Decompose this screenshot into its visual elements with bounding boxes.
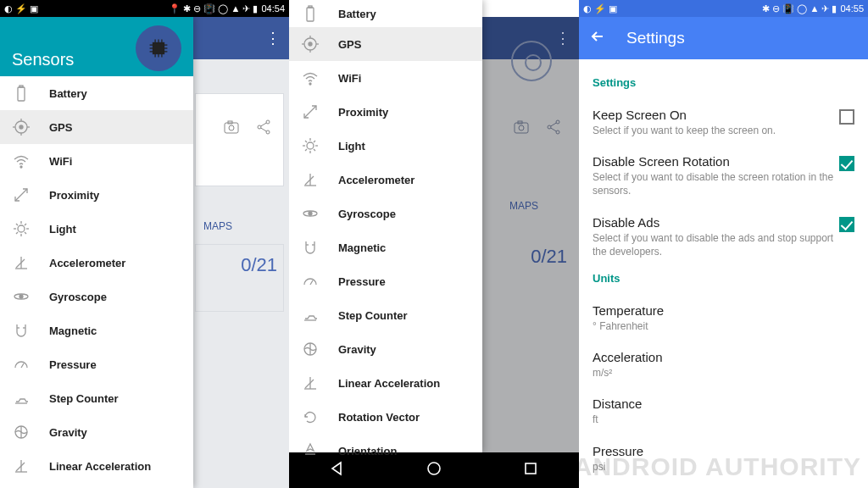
gyro-icon — [12, 288, 31, 305]
pref-subtitle: Select if you want to keep the screen on… — [593, 124, 839, 137]
pref-keep-screen-on[interactable]: Keep Screen On Select if you want to kee… — [593, 99, 854, 146]
section-header-units: Units — [593, 272, 854, 285]
drawer-item-gravity[interactable]: Gravity — [0, 415, 193, 449]
drawer-item-label: Light — [49, 223, 193, 236]
drawer-item-label: Proximity — [338, 106, 482, 119]
maps-tab[interactable]: MAPS — [203, 220, 232, 232]
pref-temperature[interactable]: Temperature ° Fahrenheit — [593, 295, 854, 341]
pref-value: m/s² — [593, 366, 854, 380]
drawer-item-battery[interactable]: Battery — [0, 76, 193, 110]
drawer-item-magnet[interactable]: Magnetic — [0, 313, 193, 347]
back-arrow-icon[interactable] — [589, 28, 606, 48]
linaccel-icon — [301, 374, 320, 391]
drawer-item-magnet[interactable]: Magnetic — [289, 230, 482, 264]
checkbox[interactable] — [839, 156, 854, 171]
share-icon[interactable] — [255, 119, 272, 139]
drawer-item-label: Pressure — [338, 275, 482, 288]
pref-title: Distance — [593, 396, 854, 411]
wifi-icon — [12, 152, 31, 169]
drawer-item-label: Accelerometer — [338, 174, 482, 186]
pref-acceleration[interactable]: Acceleration m/s² — [593, 341, 854, 388]
drawer-item-pressure[interactable]: Pressure — [289, 264, 482, 298]
drawer-item-label: GPS — [338, 38, 482, 51]
accel-icon — [301, 171, 320, 188]
drawer-item-label: Gyroscope — [338, 208, 482, 220]
screenshot-2: MAPS 0/21 ⋮ BatteryGPSWiFiProximityLight… — [289, 0, 579, 488]
drawer-item-label: Proximity — [49, 189, 193, 202]
drawer-item-step[interactable]: Step Counter — [0, 381, 193, 415]
drawer-item-gyro[interactable]: Gyroscope — [0, 280, 193, 313]
drawer-item-accel[interactable]: Accelerometer — [0, 246, 193, 280]
drawer-item-label: Gravity — [338, 343, 482, 356]
overflow-icon[interactable]: ⋮ — [555, 29, 570, 47]
drawer-item-label: Linear Acceleration — [49, 460, 193, 473]
status-bar: ◐ ⚡ ▣ ✱ ⊖ 📳 ◯ ▲ ✈ ▮ 04:55 — [579, 0, 868, 17]
drawer-item-wifi[interactable]: WiFi — [0, 144, 193, 178]
pref-disable-rotation[interactable]: Disable Screen Rotation Select if you wa… — [593, 146, 854, 206]
drawer-item-gps[interactable]: GPS — [0, 110, 193, 144]
drawer-item-accel[interactable]: Accelerometer — [289, 163, 482, 197]
page-title: Settings — [626, 29, 685, 47]
proximity-icon — [12, 186, 31, 203]
drawer-header: Sensors — [0, 17, 193, 76]
drawer-item-label: Battery — [338, 8, 482, 20]
checkbox[interactable] — [839, 109, 854, 125]
drawer-item-label: Accelerometer — [49, 257, 193, 269]
gps-icon — [12, 119, 31, 136]
pref-subtitle: Select if you want to disable the ads an… — [593, 231, 839, 258]
accel-icon — [12, 254, 31, 271]
pref-title: Acceleration — [593, 350, 854, 364]
screenshot-3: ◐ ⚡ ▣ ✱ ⊖ 📳 ◯ ▲ ✈ ▮ 04:55 Settings Setti… — [579, 0, 868, 488]
battery-icon — [301, 5, 320, 22]
pref-value: ft — [593, 413, 854, 426]
rotvec-icon — [301, 408, 320, 425]
linaccel-icon — [12, 458, 31, 474]
pref-distance[interactable]: Distance ft — [593, 388, 854, 435]
step-icon — [12, 390, 31, 407]
wifi-icon — [301, 69, 320, 86]
step-icon — [301, 307, 320, 324]
light-icon — [12, 220, 31, 237]
drawer-item-step[interactable]: Step Counter — [289, 298, 482, 332]
gyro-icon — [301, 205, 320, 222]
drawer-item-rotvec[interactable]: Rotation Vector — [289, 400, 482, 434]
pref-value: ° Fahrenheit — [593, 319, 854, 333]
drawer-item-label: Battery — [49, 87, 193, 100]
drawer-item-wifi[interactable]: WiFi — [289, 61, 482, 95]
nav-recent-icon[interactable] — [522, 460, 539, 480]
drawer-item-label: Step Counter — [338, 309, 482, 322]
pref-title: Temperature — [593, 303, 854, 318]
drawer-item-orient[interactable]: Orientation — [289, 434, 482, 468]
drawer-item-label: Pressure — [49, 358, 193, 371]
camera-icon[interactable] — [223, 119, 240, 139]
checkbox[interactable] — [839, 217, 854, 232]
drawer-item-label: WiFi — [338, 72, 482, 85]
drawer-item-linaccel[interactable]: Linear Acceleration — [289, 366, 482, 400]
overflow-icon[interactable]: ⋮ — [265, 29, 281, 47]
light-icon — [301, 137, 320, 154]
drawer-item-pressure[interactable]: Pressure — [0, 347, 193, 381]
drawer-item-gps[interactable]: GPS — [289, 27, 482, 61]
pref-title: Disable Ads — [593, 215, 839, 230]
chip-icon — [136, 25, 181, 71]
pref-subtitle: Select if you want to disable the screen… — [593, 170, 839, 197]
drawer-item-label: Light — [338, 140, 482, 152]
satellite-counter: 0/21 — [241, 254, 277, 276]
drawer-item-label: Linear Acceleration — [338, 377, 482, 390]
drawer-item-gravity[interactable]: Gravity — [289, 332, 482, 366]
status-bar: ◐ ⚡ ▣ 📍 ✱ ⊖ 📳 ◯ ▲ ✈ ▮ 04:54 — [0, 0, 289, 17]
status-time: 04:54 — [261, 3, 285, 14]
drawer-item-gyro[interactable]: Gyroscope — [289, 197, 482, 230]
drawer-item-linaccel[interactable]: Linear Acceleration — [0, 449, 193, 483]
drawer-item-light[interactable]: Light — [0, 212, 193, 246]
drawer-item-proximity[interactable]: Proximity — [0, 178, 193, 212]
nav-drawer: Sensors BatteryGPSWiFiProximityLightAcce… — [0, 17, 193, 488]
drawer-item-proximity[interactable]: Proximity — [289, 95, 482, 129]
drawer-item-battery[interactable]: Battery — [289, 0, 482, 27]
drawer-item-label: Magnetic — [49, 324, 193, 337]
drawer-title: Sensors — [12, 50, 74, 69]
drawer-item-label: Step Counter — [49, 392, 193, 405]
pref-disable-ads[interactable]: Disable Ads Select if you want to disabl… — [593, 207, 854, 267]
status-time: 04:55 — [840, 3, 864, 14]
drawer-item-light[interactable]: Light — [289, 129, 482, 163]
